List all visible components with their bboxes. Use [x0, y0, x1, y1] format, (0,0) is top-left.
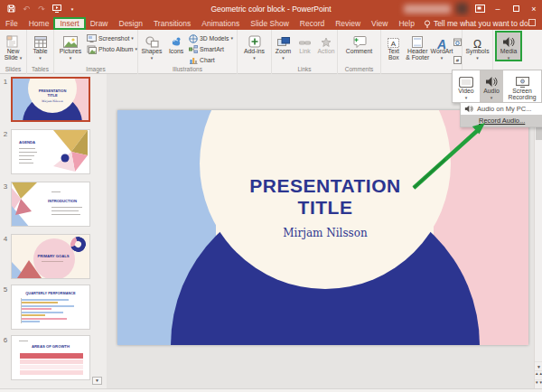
comment-button[interactable]: Comment	[343, 32, 376, 54]
add-ins-button[interactable]: Add-ins▾	[243, 32, 266, 61]
tab-help[interactable]: Help	[393, 18, 419, 29]
tab-view[interactable]: View	[366, 18, 393, 29]
thumb-3-number: 3	[0, 182, 11, 227]
thumbnail-slide-5[interactable]: QUARTERLY PERFORMANCE	[11, 285, 90, 330]
ribbon-group-addins: Add-ins▾	[238, 30, 272, 74]
thumb-1-subtitle: Mirjam Nilsson	[28, 99, 77, 103]
screen-recording-button[interactable]: Screen Recording	[503, 70, 541, 102]
scroll-down-icon[interactable]: ▼	[535, 361, 542, 370]
user-name-redacted	[404, 5, 451, 14]
photo-album-button[interactable]: Photo Album▾	[87, 44, 137, 54]
tell-me-box[interactable]: Tell me what you want to do	[424, 19, 528, 28]
media-dropdown-panel: Video▾ Audio▾ Screen Recording	[452, 70, 542, 103]
table-button[interactable]: Table▾	[28, 32, 53, 61]
slide-title-textbox[interactable]: PRESENTATIONTITLE	[200, 175, 451, 219]
symbols-button[interactable]: Ω Symbols▾	[464, 32, 491, 61]
action-button: Action	[315, 32, 337, 54]
action-icon	[321, 33, 332, 48]
text-box-button[interactable]: A Text Box	[383, 32, 405, 61]
photo-album-icon	[87, 45, 97, 54]
screen-recording-icon	[516, 72, 529, 88]
share-display-icon[interactable]	[473, 2, 486, 15]
text-box-label: Text Box	[388, 48, 399, 61]
record-audio-item[interactable]: Record Audio...	[461, 115, 542, 126]
tab-draw[interactable]: Draw	[85, 18, 114, 29]
tab-design[interactable]: Design	[114, 18, 148, 29]
header-footer-icon	[412, 33, 423, 48]
screen-recording-label: Screen Recording	[509, 88, 537, 100]
record-audio-label: Record Audio...	[479, 117, 525, 125]
titlebar-controls: – ×	[404, 0, 540, 17]
thumb-3-art	[12, 182, 48, 227]
chart-icon	[189, 56, 198, 64]
chart-button[interactable]: Chart	[189, 55, 233, 65]
tab-animations[interactable]: Animations	[196, 18, 245, 29]
icons-icon	[170, 33, 182, 48]
thumb-2-art	[46, 130, 89, 174]
date-time-icon[interactable]	[453, 33, 462, 50]
restore-button[interactable]	[509, 2, 522, 15]
thumb-6-title: AREAS OF GROWTH	[12, 344, 89, 349]
media-speaker-icon	[502, 33, 515, 48]
ribbon-group-links: Zoom▾ Link Action Links	[272, 30, 338, 74]
close-button[interactable]: ×	[528, 2, 540, 15]
audio-button[interactable]: Audio▾	[480, 70, 503, 102]
thumb-6-table	[20, 353, 83, 375]
thumbnail-slide-3[interactable]: INTRODUCTION	[11, 182, 90, 227]
ribbon-group-media: Media▾	[493, 30, 524, 74]
thumbnail-slide-6[interactable]: AREAS OF GROWTH	[11, 335, 90, 380]
ribbon-display-options-icon[interactable]	[528, 19, 536, 26]
zoom-label: Zoom	[276, 48, 291, 54]
wordart-button[interactable]: A WordArt▾	[431, 32, 453, 61]
tab-slide-show[interactable]: Slide Show	[245, 18, 294, 29]
lightbulb-icon	[424, 20, 431, 28]
tab-transitions[interactable]: Transitions	[148, 18, 196, 29]
slide-editing-surface[interactable]: PRESENTATIONTITLE Mirjam Nilsson	[117, 110, 528, 345]
ribbon-group-illustrations: Shapes▾ Icons 3D Models▾ SmartArt	[138, 30, 238, 74]
ribbon-insert: New Slide ▾ Slides Table▾ Tables	[0, 30, 542, 74]
video-button[interactable]: Video▾	[453, 70, 480, 102]
text-box-icon: A	[388, 33, 399, 48]
new-slide-button[interactable]: New Slide ▾	[1, 32, 26, 61]
tab-home[interactable]: Home	[23, 18, 55, 29]
comments-group-label: Comments	[338, 65, 380, 74]
zoom-button[interactable]: Zoom▾	[272, 32, 294, 61]
tab-insert[interactable]: Insert	[54, 18, 84, 29]
thumbnail-slide-4[interactable]: PRIMARY GOALS	[11, 234, 90, 279]
thumbnails-scroll-down-button[interactable]: ▼	[92, 377, 102, 385]
icons-label: Icons	[169, 48, 183, 54]
audio-on-my-pc-label: Audio on My PC...	[477, 105, 531, 113]
media-button[interactable]: Media▾	[496, 32, 521, 61]
pictures-label: Pictures	[60, 48, 82, 54]
ribbon-group-symbols: Ω Symbols▾	[463, 30, 493, 74]
smartart-button[interactable]: SmartArt	[189, 44, 233, 54]
photo-album-label: Photo Album	[98, 46, 134, 52]
thumbnail-slide-2[interactable]: AGENDA	[11, 129, 90, 174]
table-icon	[34, 33, 47, 48]
shapes-button[interactable]: Shapes▾	[140, 32, 164, 61]
slide-number-icon[interactable]: #	[453, 51, 462, 68]
zoom-icon	[277, 33, 290, 48]
audio-speaker-icon	[485, 72, 498, 88]
header-footer-label: Header & Footer	[406, 48, 429, 61]
tab-file[interactable]: File	[0, 18, 23, 29]
tab-review[interactable]: Review	[330, 18, 366, 29]
header-footer-button[interactable]: Header & Footer	[406, 32, 430, 61]
ribbon-group-slides: New Slide ▾ Slides	[0, 30, 27, 74]
icons-button[interactable]: Icons	[165, 32, 187, 54]
table-label: Table	[33, 48, 47, 54]
minimize-button[interactable]: –	[491, 2, 504, 15]
pictures-button[interactable]: Pictures▾	[57, 32, 84, 61]
next-slide-button[interactable]: ▼▼	[535, 379, 542, 388]
audio-on-my-pc-item[interactable]: Audio on My PC...	[461, 103, 542, 115]
add-ins-label: Add-ins	[244, 48, 265, 54]
screenshot-button[interactable]: Screenshot▾	[87, 33, 137, 43]
3d-models-button[interactable]: 3D Models▾	[189, 33, 233, 43]
thumbnail-slide-1[interactable]: PRESENTATIONTITLE Mirjam Nilsson	[11, 77, 90, 122]
previous-slide-button[interactable]: ▲▲	[535, 370, 542, 379]
link-icon	[299, 33, 311, 48]
thumb-4-number: 4	[0, 234, 11, 279]
tell-me-label: Tell me what you want to do	[434, 19, 528, 28]
slide-subtitle-textbox[interactable]: Mirjam Nilsson	[200, 227, 451, 239]
tab-record[interactable]: Record	[294, 18, 330, 29]
